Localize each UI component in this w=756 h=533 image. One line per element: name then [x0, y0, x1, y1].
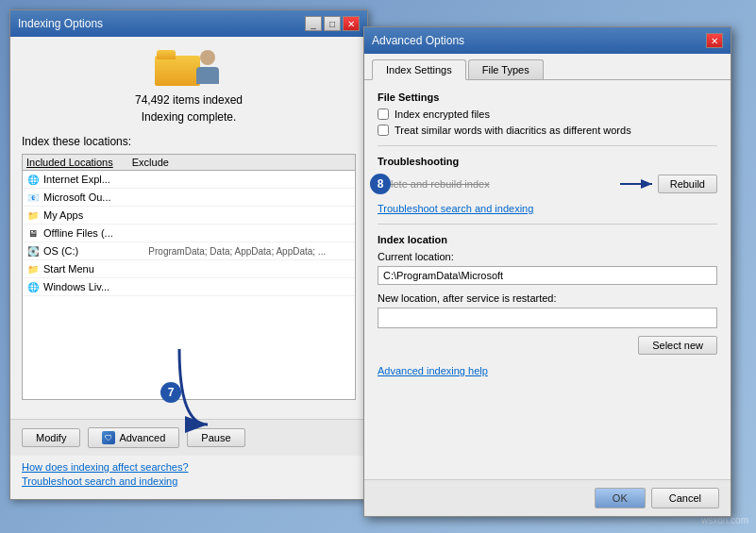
dialog-footer: OK Cancel	[364, 479, 731, 516]
how-does-link[interactable]: How does indexing affect searches?	[22, 461, 356, 473]
list-item: 📧 Microsoft Ou...	[23, 189, 355, 207]
troubleshoot-search-link[interactable]: Troubleshoot search and indexing	[378, 203, 717, 214]
close-button[interactable]: ✕	[343, 16, 360, 31]
advanced-indexing-help-link[interactable]: Advanced indexing help	[378, 365, 488, 376]
person-icon	[193, 50, 223, 84]
location-icon-3: 🖥	[26, 226, 40, 240]
exclude-tab[interactable]: Exclude	[132, 157, 169, 168]
indexing-titlebar: Indexing Options _ □ ✕	[10, 10, 367, 37]
rebuild-label: Delete and rebuild index	[378, 178, 620, 190]
step8-circle: 8	[370, 174, 391, 194]
ok-button[interactable]: OK	[595, 488, 646, 508]
pause-label: Pause	[201, 432, 230, 443]
index-location-label: Index location	[378, 234, 717, 245]
list-item: 🖥 Offline Files (...	[23, 225, 355, 242]
index-label: Index these locations:	[22, 135, 356, 148]
diacritics-label: Treat similar words with diacritics as d…	[395, 125, 631, 136]
list-item: 💽 OS (C:) ProgramData; Data; AppData; Ap…	[23, 242, 355, 260]
encrypted-files-row: Index encrypted files	[378, 108, 717, 120]
shield-icon: 🛡	[102, 431, 115, 444]
location-icon-2: 📁	[26, 208, 40, 222]
diacritics-checkbox[interactable]	[378, 125, 389, 136]
troubleshoot-label: Troubleshooting	[378, 156, 717, 167]
indexing-status: Indexing complete.	[22, 110, 356, 124]
location-icon-5: 📁	[26, 262, 40, 275]
locations-header: Included Locations Exclude	[23, 155, 355, 171]
dialog-close-button[interactable]: ✕	[706, 33, 723, 48]
modify-button[interactable]: Modify	[22, 428, 80, 447]
file-settings-label: File Settings	[378, 92, 717, 103]
location-name-6: Windows Liv...	[43, 281, 351, 292]
divider2	[378, 224, 717, 225]
icon-area	[22, 48, 356, 86]
list-item: 🌐 Windows Liv...	[23, 278, 355, 296]
location-name-3: Offline Files (...	[43, 227, 351, 239]
advanced-label: Advanced	[119, 432, 165, 443]
step8-arrow	[620, 175, 658, 193]
current-location-field[interactable]	[378, 266, 717, 285]
location-name-0: Internet Expl...	[43, 174, 351, 185]
location-name-1: Microsoft Ou...	[43, 192, 351, 203]
cancel-button[interactable]: Cancel	[651, 488, 719, 508]
window-buttons: Modify 🛡 Advanced Pause	[10, 419, 367, 456]
current-loc-label: Current location:	[378, 251, 717, 262]
advanced-titlebar: Advanced Options ✕	[364, 27, 731, 54]
select-new-button[interactable]: Select new	[638, 336, 717, 355]
list-item: 📁 My Apps	[23, 207, 355, 225]
new-location-field[interactable]	[378, 308, 717, 328]
indexing-options-window: Indexing Options _ □ ✕ 74,492 items inde…	[9, 9, 368, 500]
window-footer: How does indexing affect searches? Troub…	[10, 456, 367, 499]
location-name-5: Start Menu	[43, 263, 351, 275]
new-loc-label: New location, after service is restarted…	[378, 292, 717, 304]
person-body	[196, 67, 219, 84]
location-icon-1: 📧	[26, 191, 40, 204]
items-count: 74,492 items indexed	[22, 93, 356, 107]
pause-button[interactable]: Pause	[187, 428, 244, 447]
location-path-4: ProgramData; Data; AppData; AppData; ...	[148, 246, 351, 257]
troubleshoot-link-bottom[interactable]: Troubleshoot search and indexing	[22, 475, 356, 487]
location-name-4: OS (C:)	[43, 245, 144, 257]
locations-box: Included Locations Exclude 🌐 Internet Ex…	[22, 154, 356, 400]
maximize-button[interactable]: □	[324, 16, 341, 31]
encrypted-files-label: Index encrypted files	[395, 108, 490, 120]
titlebar-controls: _ □ ✕	[305, 16, 360, 31]
dialog-body: File Settings Index encrypted files Trea…	[364, 80, 731, 479]
advanced-title: Advanced Options	[372, 34, 464, 47]
step7-circle: 7	[160, 382, 181, 403]
location-name-2: My Apps	[43, 209, 351, 221]
minimize-button[interactable]: _	[305, 16, 322, 31]
list-item: 📁 Start Menu	[23, 260, 355, 278]
location-icon-4: 💽	[26, 244, 40, 258]
rebuild-button[interactable]: Rebuild	[658, 175, 717, 193]
advanced-button[interactable]: 🛡 Advanced	[88, 427, 179, 448]
indexing-title: Indexing Options	[18, 17, 103, 30]
indexing-content: 74,492 items indexed Indexing complete. …	[10, 37, 367, 419]
location-icon-0: 🌐	[26, 173, 40, 186]
diacritics-row: Treat similar words with diacritics as d…	[378, 125, 717, 136]
tab-file-types[interactable]: File Types	[468, 59, 544, 79]
divider1	[378, 145, 717, 146]
index-location-section: Index location Current location: New loc…	[378, 234, 717, 355]
troubleshoot-section: Troubleshooting 8 Delete and rebuild ind…	[378, 156, 717, 214]
location-icon-6: 🌐	[26, 280, 40, 293]
tab-index-settings[interactable]: Index Settings	[372, 59, 466, 80]
advanced-options-dialog: Advanced Options ✕ Index Settings File T…	[363, 26, 731, 517]
encrypted-files-checkbox[interactable]	[378, 108, 389, 120]
list-item: 🌐 Internet Expl...	[23, 171, 355, 189]
included-locations-tab[interactable]: Included Locations	[26, 157, 113, 168]
person-head	[200, 50, 215, 65]
rebuild-row: 8 Delete and rebuild index Rebuild	[378, 175, 717, 193]
tab-bar: Index Settings File Types	[364, 54, 731, 80]
